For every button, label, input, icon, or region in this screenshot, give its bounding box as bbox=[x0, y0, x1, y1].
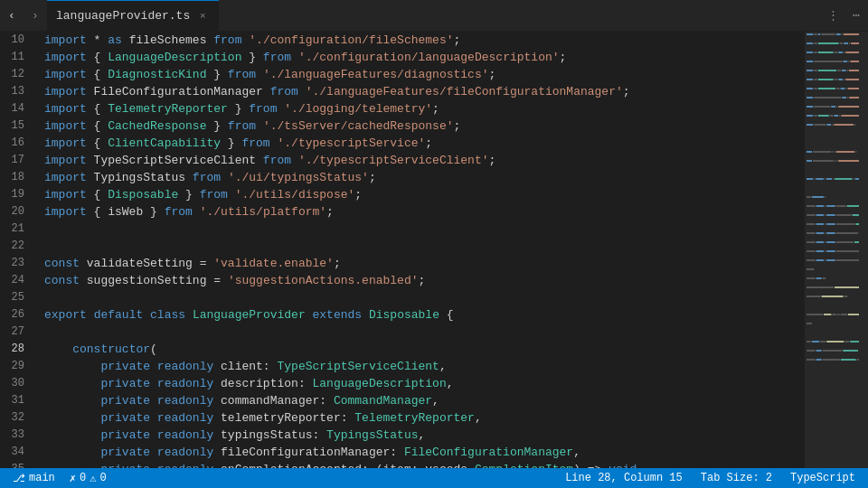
token: './logging/telemetry' bbox=[284, 100, 432, 117]
token: import bbox=[44, 169, 87, 186]
token: client: bbox=[213, 358, 277, 375]
token: { bbox=[87, 135, 108, 152]
token: from bbox=[241, 135, 269, 152]
line-number: 29 bbox=[0, 358, 32, 375]
code-line: private readonly onCompletionAccepted: (… bbox=[44, 461, 805, 468]
token: TypeScriptServiceClient bbox=[87, 152, 263, 169]
token: TelemetryReporter bbox=[354, 409, 475, 427]
token bbox=[206, 255, 213, 272]
token: import bbox=[44, 186, 87, 203]
line-number: 11 bbox=[0, 49, 32, 66]
token: suggestionSetting bbox=[80, 272, 213, 289]
token bbox=[143, 306, 150, 324]
token: ; bbox=[354, 186, 362, 203]
tab-bar: ‹ › languageProvider.ts × ⋮ ⋯ bbox=[0, 0, 868, 32]
token: const bbox=[44, 272, 80, 289]
token bbox=[291, 49, 298, 66]
token: } bbox=[241, 49, 262, 66]
split-editor-button[interactable]: ⋮ bbox=[821, 0, 844, 32]
line-number: 31 bbox=[0, 392, 32, 409]
tab-size-item[interactable]: Tab Size: 2 bbox=[697, 468, 776, 488]
token: Disposable bbox=[108, 186, 178, 203]
token bbox=[362, 306, 369, 324]
token: ; bbox=[623, 83, 630, 100]
line-number: 15 bbox=[0, 117, 32, 135]
line-number: 30 bbox=[0, 375, 32, 392]
token bbox=[185, 306, 193, 324]
token bbox=[150, 461, 157, 468]
tab-close-button[interactable]: × bbox=[195, 9, 210, 23]
token: } bbox=[228, 100, 249, 117]
errors-item[interactable]: ✗ 0 ⚠ 0 bbox=[66, 468, 110, 488]
token: import bbox=[44, 49, 87, 66]
token: from bbox=[165, 203, 193, 221]
token: private bbox=[100, 427, 150, 444]
token bbox=[241, 32, 249, 49]
token bbox=[150, 392, 157, 409]
token: default bbox=[94, 306, 144, 324]
token: * bbox=[87, 32, 108, 49]
token bbox=[277, 100, 284, 117]
token: telemetryReporter: bbox=[213, 409, 354, 427]
token: constructor bbox=[72, 341, 150, 358]
token: export bbox=[44, 306, 87, 324]
token: FileConfigurationManager bbox=[87, 83, 270, 100]
token: , bbox=[432, 392, 439, 409]
token bbox=[221, 169, 228, 186]
token: LanguageProvider bbox=[193, 306, 306, 324]
code-editor[interactable]: import * as fileSchemes from './configur… bbox=[41, 32, 805, 468]
token: './utils/platform' bbox=[200, 203, 326, 221]
minimap[interactable] bbox=[805, 32, 868, 468]
token: import bbox=[44, 152, 87, 169]
cursor-position-label: Line 28, Column 15 bbox=[565, 472, 683, 484]
nav-forward-button[interactable]: › bbox=[24, 0, 47, 32]
git-branch-item[interactable]: ⎇ main bbox=[9, 468, 59, 488]
token bbox=[221, 272, 228, 289]
line-number: 17 bbox=[0, 152, 32, 169]
token: from bbox=[213, 32, 241, 49]
token bbox=[150, 375, 157, 392]
token: private bbox=[100, 392, 150, 409]
token: FileConfigurationManager bbox=[404, 444, 573, 461]
token bbox=[150, 409, 157, 427]
token bbox=[270, 135, 278, 152]
token: import bbox=[44, 203, 87, 221]
code-line: import { CachedResponse } from './tsServ… bbox=[44, 117, 805, 135]
token: Disposable bbox=[369, 306, 439, 324]
code-line: import { Disposable } from './utils/disp… bbox=[44, 186, 805, 203]
token: './typescriptServiceClient' bbox=[298, 152, 489, 169]
token: ; bbox=[454, 117, 461, 135]
nav-back-button[interactable]: ‹ bbox=[0, 0, 24, 32]
token: TypeScriptServiceClient bbox=[277, 358, 439, 375]
token bbox=[256, 117, 263, 135]
active-tab[interactable]: languageProvider.ts × bbox=[47, 0, 219, 32]
code-line: private readonly commandManager: Command… bbox=[44, 392, 805, 409]
token: , bbox=[447, 375, 454, 392]
tab-size-label: Tab Size: 2 bbox=[701, 472, 772, 484]
line-number: 13 bbox=[0, 83, 32, 100]
token: './languageFeatures/diagnostics' bbox=[263, 66, 489, 83]
line-number: 32 bbox=[0, 409, 32, 427]
token: { isWeb } bbox=[87, 203, 165, 221]
token bbox=[44, 375, 100, 392]
token: './configuration/languageDescription' bbox=[298, 49, 560, 66]
token: import bbox=[44, 83, 87, 100]
token: { bbox=[87, 186, 108, 203]
code-line: private readonly client: TypeScriptServi… bbox=[44, 358, 805, 375]
more-actions-button[interactable]: ⋯ bbox=[844, 0, 868, 32]
token bbox=[150, 358, 157, 375]
code-line bbox=[44, 289, 805, 306]
language-mode-item[interactable]: TypeScript bbox=[787, 468, 859, 488]
token bbox=[298, 83, 306, 100]
cursor-position-item[interactable]: Line 28, Column 15 bbox=[561, 468, 686, 488]
token: readonly bbox=[157, 444, 213, 461]
code-line bbox=[44, 221, 805, 238]
token: validateSetting bbox=[80, 255, 200, 272]
token: import bbox=[44, 135, 87, 152]
token: from bbox=[228, 66, 256, 83]
token bbox=[193, 203, 200, 221]
token: typingsStatus: bbox=[213, 427, 326, 444]
token: description: bbox=[213, 375, 312, 392]
token: CachedResponse bbox=[108, 117, 206, 135]
error-icon: ✗ bbox=[70, 472, 76, 485]
